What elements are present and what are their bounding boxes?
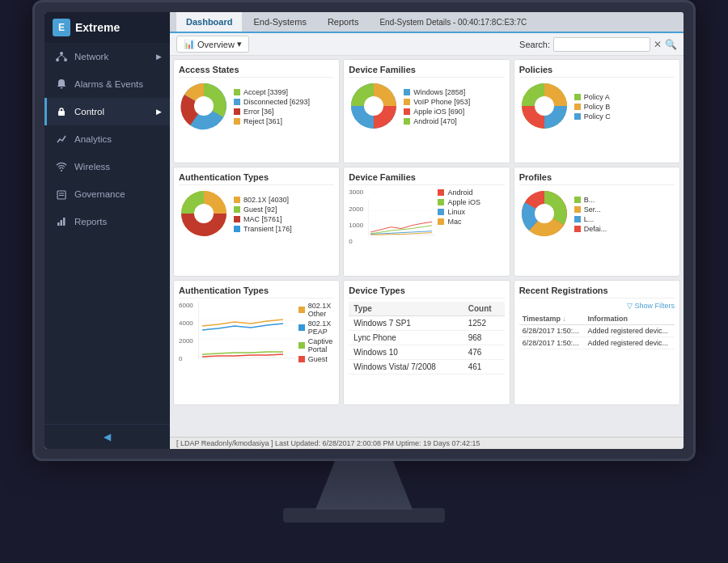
search-clear-icon[interactable]: ✕ (654, 39, 662, 50)
sidebar-label-wireless: Wireless (74, 162, 110, 171)
sidebar-collapse-btn[interactable]: ◀ (44, 424, 170, 449)
legend-disconnected: Disconnected [6293] (234, 98, 334, 106)
legend-transient: Transient [176] (234, 225, 334, 233)
auth-types-line-legend: 802.1X Other 802.1X PEAP Captive Portal … (298, 302, 335, 363)
tab-reports[interactable]: Reports (318, 12, 369, 33)
table-row: Windows Vista/ 7/2008 461 (349, 359, 504, 374)
reg-info: Added registered devic... (585, 337, 675, 349)
sidebar-label-reports: Reports (74, 217, 107, 226)
auth-types-pie (179, 188, 229, 240)
auth-types-line-title: Authentication Types (179, 286, 334, 298)
sidebar-label-governance: Governance (74, 189, 125, 199)
app-body: E Extreme Network ▶ (44, 12, 684, 449)
widget-device-types: Device Types Type Count (343, 280, 510, 405)
show-filters-button[interactable]: ▽ Show Filters (627, 302, 675, 310)
widget-auth-types-line: Authentication Types 6000 4000 2000 0 (173, 280, 340, 405)
monitor-screen: E Extreme Network ▶ (44, 12, 684, 449)
auth-types-legend: 802.1X [4030] Guest [92] M (234, 196, 334, 233)
svg-rect-5 (58, 111, 65, 116)
sort-icon: ↓ (563, 315, 566, 323)
count-cell: 968 (463, 330, 505, 345)
accept-label: Accept [3399] (243, 88, 288, 96)
monitor-base (283, 508, 445, 523)
legend-802: 802.1X [4030] (234, 196, 334, 204)
sidebar-item-governance[interactable]: Governance (44, 180, 170, 208)
reject-label: Reject [361] (243, 117, 282, 125)
monitor-frame: E Extreme Network ▶ (32, 0, 696, 461)
svg-rect-11 (61, 220, 63, 226)
device-types-table: Type Count (349, 302, 504, 375)
reg-timestamp: 6/28/2017 1:50:... (519, 337, 585, 349)
information-header: Information (585, 313, 675, 325)
device-families-legend: Windows [2858] VoIP Phone [953] (404, 88, 504, 125)
profiles-pie (519, 188, 569, 240)
network-arrow: ▶ (156, 53, 162, 61)
tab-dashboard[interactable]: Dashboard (176, 12, 242, 33)
sidebar-item-network[interactable]: Network ▶ (44, 43, 170, 70)
access-states-title: Access States (179, 65, 334, 78)
table-row: Windows 10 476 (349, 345, 504, 359)
analytics-icon (55, 133, 68, 146)
widget-device-families-line: Device Families 3000 2000 1000 0 (343, 167, 510, 276)
clipboard-icon (55, 188, 68, 201)
sidebar-label-alarms: Alarms & Events (74, 79, 143, 89)
logo-text: Extreme (75, 21, 120, 34)
svg-point-16 (364, 96, 383, 116)
dashboard-grid: Access States (170, 56, 684, 437)
sidebar-item-analytics[interactable]: Analytics (44, 125, 170, 153)
bell-icon (55, 78, 68, 91)
status-bar: [ LDAP Readonly/kmodasiya ] Last Updated… (170, 437, 684, 449)
widget-auth-types: Authentication Types (173, 167, 340, 276)
svg-point-14 (194, 96, 214, 116)
svg-point-0 (60, 52, 63, 55)
network-icon (55, 50, 68, 63)
sidebar-logo: E Extreme (44, 12, 170, 43)
type-cell: Windows 10 (349, 345, 463, 359)
wifi-icon (55, 160, 68, 173)
device-types-title: Device Types (349, 286, 504, 298)
tab-end-systems[interactable]: End-Systems (243, 12, 315, 33)
policies-legend: Policy A Policy B Policy C (574, 93, 675, 121)
reg-row: 6/28/2017 1:50:... Added registered devi… (519, 324, 675, 337)
sidebar-item-wireless[interactable]: Wireless (44, 153, 170, 180)
toolbar: 📊 Overview ▾ Search: ✕ 🔍 (170, 33, 684, 56)
logo-letter: E (58, 22, 65, 33)
col-type-header: Type (349, 302, 463, 316)
table-row: Lync Phone 968 (349, 330, 504, 345)
profiles-title: Profiles (519, 172, 675, 185)
lock-icon (55, 105, 68, 118)
svg-rect-10 (57, 222, 60, 226)
reject-color (234, 118, 240, 125)
count-cell: 1252 (463, 315, 505, 330)
search-submit-icon[interactable]: 🔍 (665, 39, 677, 50)
timestamp-header: Timestamp ↓ (519, 313, 585, 325)
count-cell: 476 (463, 345, 505, 359)
tab-end-system-details[interactable]: End-System Details - 00:40:17:8C:E3:7C (370, 13, 536, 33)
bar-chart-icon (55, 215, 68, 228)
auth-types-line-content: 6000 4000 2000 0 (179, 302, 334, 363)
sidebar: E Extreme Network ▶ (44, 12, 170, 449)
sidebar-item-alarms[interactable]: Alarms & Events (44, 70, 170, 98)
reg-header: ▽ Show Filters (519, 302, 675, 310)
search-label: Search: (519, 40, 550, 49)
svg-line-3 (57, 55, 61, 58)
svg-line-4 (61, 55, 66, 58)
sidebar-label-control: Control (74, 107, 104, 116)
device-families-line-title: Device Families (349, 172, 504, 185)
type-cell: Lync Phone (349, 330, 463, 345)
sidebar-item-control[interactable]: Control ▶ (44, 98, 170, 125)
policies-pie (519, 81, 569, 133)
type-cell: Windows 7 SP1 (349, 315, 463, 330)
profiles-content: B... Ser... L... Defai... (519, 188, 675, 240)
search-input[interactable] (553, 37, 650, 52)
legend-windows: Windows [2858] (404, 88, 504, 96)
sidebar-item-reports[interactable]: Reports (44, 208, 170, 235)
overview-button[interactable]: 📊 Overview ▾ (176, 36, 249, 53)
nav-tabs-bar: Dashboard End-Systems Reports End-System… (170, 12, 684, 33)
filter-icon: ▽ (627, 302, 633, 310)
device-families-line-legend: Android Apple iOS Linux Mac (438, 188, 504, 245)
reg-info: Added registered devic... (585, 324, 675, 337)
legend-mac: MAC [5761] (234, 215, 334, 223)
legend-reject: Reject [361] (234, 117, 334, 125)
device-families-svg (368, 188, 434, 245)
